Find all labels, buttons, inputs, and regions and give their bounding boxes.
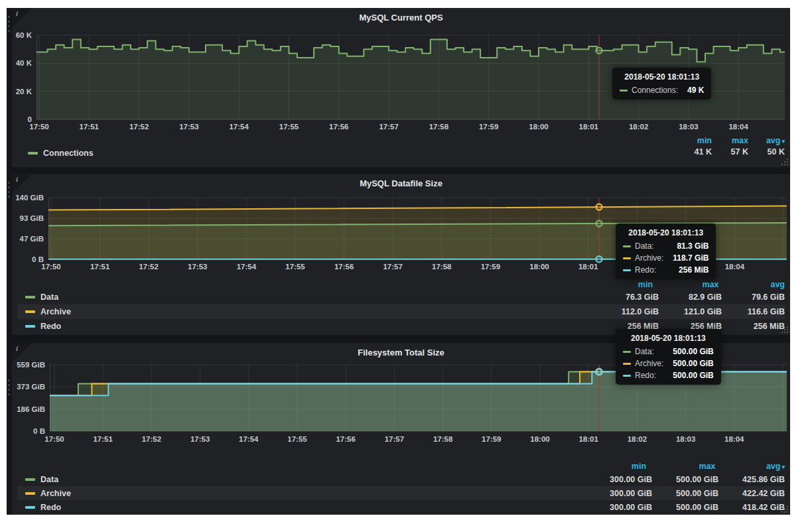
x-tick-label: 17:58 — [425, 262, 458, 271]
stat-sort-avg[interactable]: avg▾ — [718, 462, 785, 471]
x-tick-label: 17:59 — [472, 122, 506, 131]
series-color-dash — [25, 310, 35, 313]
stat-min-value: 300.00 GiB — [586, 503, 652, 512]
x-tick-label: 17:51 — [86, 434, 119, 444]
panel-resize-handle[interactable] — [781, 159, 788, 165]
x-tick-label: 18:01 — [572, 262, 605, 271]
row-drag-handle[interactable] — [8, 379, 11, 398]
tooltip-timestamp: 2018-05-20 18:01:13 — [623, 334, 714, 343]
x-tick-label: 17:50 — [23, 122, 56, 131]
tooltip-timestamp: 2018-05-20 18:01:13 — [623, 228, 709, 237]
series-color-dash — [623, 363, 631, 365]
x-tick-label: 18:03 — [672, 122, 705, 131]
y-tick-label: 140 GiB — [12, 192, 44, 203]
legend-label: Redo — [40, 503, 61, 512]
x-tick-label: 17:53 — [184, 434, 217, 444]
series-color-dash — [623, 351, 631, 353]
legend-row-archive: Archive 112.0 GiB 121.0 GiB 116.6 GiB — [17, 304, 785, 319]
stat-avg-value: 422.42 GiB — [718, 489, 785, 498]
stat-sort-min[interactable]: min — [675, 136, 712, 145]
x-tick-label: 17:50 — [38, 434, 71, 444]
series-color-dash — [623, 257, 631, 259]
series-color-dash — [25, 492, 35, 495]
x-tick-label: 17:52 — [132, 262, 165, 271]
legend-item-connections[interactable]: Connections — [28, 147, 94, 159]
tooltip-series-label: Connections: — [632, 86, 678, 95]
legend-item-data[interactable]: Data — [25, 475, 586, 484]
info-icon: i — [16, 9, 18, 17]
stat-max-value: 500.00 GiB — [652, 489, 718, 498]
x-tick-label: 17:53 — [172, 122, 206, 131]
legend-stats-header: min max avg — [17, 278, 785, 290]
panel-resize-handle[interactable] — [781, 326, 788, 333]
stat-sort-avg[interactable]: avg▾ — [748, 136, 785, 145]
x-tick-label: 17:54 — [232, 434, 265, 444]
x-tick-label: 17:53 — [181, 262, 214, 271]
tooltip-row: Redo: 500.00 GiB — [623, 371, 714, 380]
panel-title[interactable]: MySQL Current QPS — [12, 13, 790, 23]
legend-item-archive[interactable]: Archive — [25, 307, 596, 316]
tooltip-series-value: 500.00 GiB — [673, 347, 713, 356]
legend-item-data[interactable]: Data — [25, 292, 596, 302]
y-tick-label: 20 K — [12, 86, 32, 97]
row-drag-handle[interactable] — [8, 16, 11, 34]
stat-avg-value: 116.6 GiB — [722, 307, 785, 316]
series-color-dash — [620, 90, 628, 92]
legend-stats-values: 41 K 57 K 50 K — [675, 147, 785, 157]
stat-avg-value: 425.86 GiB — [718, 475, 785, 484]
y-tick-label: 373 GiB — [12, 381, 45, 392]
legend-label: Redo — [40, 322, 61, 331]
stat-avg-value: 50 K — [748, 147, 785, 157]
tooltip-series-value: 500.00 GiB — [673, 371, 713, 380]
series-color-dash — [25, 506, 35, 509]
panel-resize-handle[interactable] — [781, 506, 788, 513]
tooltip-row: Connections: 49 K — [620, 86, 704, 95]
stat-sort-max[interactable]: max — [656, 280, 719, 289]
x-tick-label: 17:57 — [372, 122, 405, 131]
legend-label: Archive — [40, 307, 71, 316]
tooltip-series-label: Archive: — [635, 253, 663, 263]
legend-item-redo[interactable]: Redo — [25, 503, 586, 512]
series-color-dash — [25, 325, 35, 328]
stat-sort-min[interactable]: min — [580, 462, 646, 471]
tooltip-series-label: Redo: — [635, 371, 656, 380]
x-tick-label: 17:59 — [475, 434, 508, 444]
stat-avg-value: 256 MiB — [722, 322, 785, 331]
tooltip-filesystem: 2018-05-20 18:01:13 Data: 500.00 GiB Arc… — [616, 329, 721, 385]
stat-max-value: 121.0 GiB — [659, 307, 722, 316]
y-tick-label: 93 GiB — [12, 213, 44, 224]
x-tick-label: 17:52 — [135, 434, 168, 444]
legend-row-archive: Archive 300.00 GiB 500.00 GiB 422.42 GiB — [17, 486, 785, 500]
panel-title[interactable]: MySQL Datafile Size — [12, 178, 790, 188]
tooltip-row: Archive: 118.7 GiB — [623, 253, 709, 263]
stat-sort-avg[interactable]: avg — [722, 280, 785, 289]
legend-stats-header: min max avg▾ — [675, 136, 785, 145]
x-tick-label: 17:56 — [328, 262, 361, 271]
legend-item-archive[interactable]: Archive — [25, 489, 586, 498]
legend-label: Data — [40, 475, 58, 484]
x-tick-label: 18:03 — [669, 434, 703, 444]
stat-sort-max[interactable]: max — [649, 462, 716, 471]
x-tick-label: 17:52 — [123, 122, 156, 131]
legend-label: Archive — [40, 489, 71, 498]
tooltip-timestamp: 2018-05-20 18:01:13 — [620, 72, 704, 82]
tooltip-row: Redo: 256 MiB — [623, 265, 709, 275]
panel-info-corner[interactable] — [12, 174, 32, 194]
series-color-dash — [25, 296, 35, 298]
stat-avg-value: 79.6 GiB — [722, 292, 785, 302]
info-icon: i — [16, 344, 18, 352]
x-tick-label: 17:55 — [273, 122, 306, 131]
stat-min-value: 112.0 GiB — [596, 307, 659, 316]
legend-label: Connections — [43, 149, 94, 158]
stat-sort-min[interactable]: min — [590, 280, 653, 289]
stat-sort-max[interactable]: max — [712, 136, 748, 145]
x-tick-label: 17:56 — [322, 122, 356, 131]
tooltip-row: Data: 81.3 GiB — [623, 241, 709, 251]
row-drag-handle[interactable] — [8, 182, 11, 200]
series-color-dash — [623, 375, 631, 377]
tooltip-series-label: Data: — [635, 241, 654, 251]
panel-info-corner[interactable] — [12, 343, 32, 363]
legend-item-redo[interactable]: Redo — [25, 322, 596, 331]
x-tick-label: 17:57 — [376, 262, 409, 271]
panel-info-corner[interactable] — [12, 8, 32, 28]
